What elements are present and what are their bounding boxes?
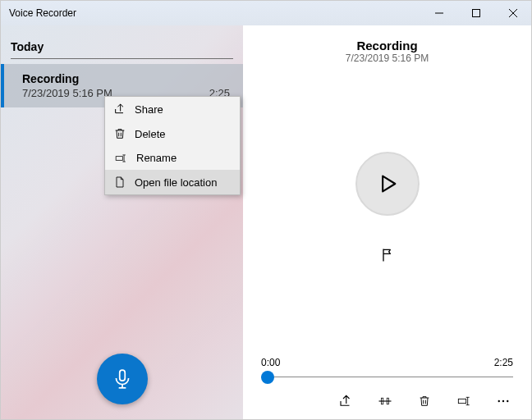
- scrubber[interactable]: [261, 370, 513, 385]
- scrubber-track: [261, 377, 513, 377]
- player-title: Recording: [356, 39, 417, 52]
- context-label: Share: [135, 103, 163, 116]
- player-toolbar: [256, 385, 518, 411]
- divider: [11, 58, 233, 59]
- svg-marker-7: [383, 176, 395, 191]
- play-icon: [376, 172, 399, 195]
- play-button[interactable]: [355, 152, 420, 216]
- context-label: Open file location: [135, 176, 217, 189]
- trash-icon: [418, 394, 431, 409]
- scrubber-thumb[interactable]: [261, 371, 274, 384]
- svg-point-16: [502, 400, 504, 402]
- microphone-icon: [112, 368, 133, 390]
- time-end: 2:25: [494, 357, 513, 368]
- minimize-icon: [435, 9, 443, 17]
- rename-icon: [113, 153, 128, 164]
- more-icon: [496, 394, 511, 409]
- titlebar: Voice Recorder: [1, 1, 531, 25]
- context-open-file-location[interactable]: Open file location: [105, 170, 240, 194]
- svg-point-15: [498, 400, 500, 402]
- app-title: Voice Recorder: [9, 7, 76, 19]
- toolbar-rename-button[interactable]: [456, 393, 472, 409]
- player-center: [256, 64, 518, 357]
- context-rename[interactable]: Rename: [105, 146, 240, 170]
- maximize-icon: [472, 9, 480, 17]
- svg-rect-18: [116, 156, 122, 160]
- toolbar-delete-button[interactable]: [416, 393, 433, 409]
- recording-datetime: 7/23/2019 5:16 PM: [22, 87, 112, 99]
- svg-point-17: [507, 400, 508, 402]
- player-subtitle: 7/23/2019 5:16 PM: [346, 52, 429, 64]
- toolbar-share-button[interactable]: [337, 393, 354, 409]
- section-header: Today: [1, 25, 243, 57]
- maximize-button[interactable]: [457, 1, 494, 25]
- trash-icon: [113, 127, 126, 140]
- window-buttons: [420, 1, 531, 25]
- recording-name: Recording: [22, 72, 230, 85]
- toolbar-more-button[interactable]: [495, 393, 511, 409]
- record-button[interactable]: [97, 354, 148, 404]
- svg-rect-11: [458, 399, 466, 403]
- context-label: Delete: [135, 128, 166, 140]
- trim-icon: [377, 394, 393, 409]
- flag-icon: [379, 247, 396, 263]
- player-panel: Recording 7/23/2019 5:16 PM 0:00 2:2: [243, 25, 531, 419]
- rename-icon: [456, 395, 472, 408]
- svg-rect-4: [119, 370, 125, 381]
- flag-button[interactable]: [373, 240, 402, 270]
- svg-rect-1: [472, 10, 479, 17]
- recordings-sidebar: Today Recording 7/23/2019 5:16 PM 2:25: [1, 25, 243, 419]
- app-window: Voice Recorder Today Recording 7/23/2019…: [0, 0, 532, 420]
- context-menu: Share Delete Rename Open file location: [104, 96, 241, 195]
- app-body: Today Recording 7/23/2019 5:16 PM 2:25 R: [1, 25, 531, 419]
- context-delete[interactable]: Delete: [105, 121, 240, 146]
- context-label: Rename: [136, 152, 177, 164]
- toolbar-trim-button[interactable]: [377, 393, 393, 409]
- share-icon: [338, 394, 353, 409]
- close-button[interactable]: [494, 1, 531, 25]
- context-share[interactable]: Share: [105, 97, 240, 121]
- close-icon: [509, 9, 517, 17]
- timeline: 0:00 2:25: [256, 357, 518, 385]
- time-start: 0:00: [261, 357, 280, 368]
- share-icon: [113, 103, 126, 116]
- minimize-button[interactable]: [420, 1, 457, 25]
- file-location-icon: [113, 176, 126, 189]
